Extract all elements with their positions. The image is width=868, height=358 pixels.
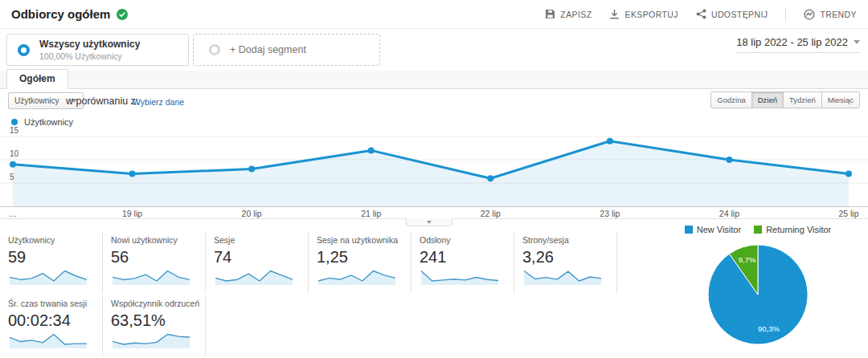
- chevron-down-icon: [427, 221, 432, 224]
- y-axis-tick: 5: [10, 173, 14, 181]
- metric-card-users[interactable]: Użytkownicy 59: [0, 232, 103, 293]
- date-range-text: 18 lip 2022 - 25 lip 2022: [736, 36, 848, 48]
- metric-sparkline: [8, 332, 95, 348]
- share-icon: [696, 9, 706, 19]
- segment-all-users[interactable]: Wszyscy użytkownicy 100,00% Użytkownicy: [6, 34, 189, 66]
- metric-sparkline: [214, 269, 301, 285]
- x-axis-label: 22 lip: [481, 209, 501, 218]
- users-line-chart: 15 10 5: [0, 128, 868, 206]
- y-axis-tick: 10: [10, 149, 18, 158]
- share-button[interactable]: UDOSTĘPNIJ: [696, 9, 768, 19]
- header: Odbiorcy ogółem ZAPISZ EKSPORTUJ UDOSTĘP…: [0, 0, 868, 29]
- metric-card-pageviews[interactable]: Odsłony 241: [411, 232, 514, 293]
- page-title: Odbiorcy ogółem: [11, 7, 110, 21]
- metric-label: Odsłony: [420, 235, 506, 245]
- metric-card-bounce-rate[interactable]: Współczynnik odrzuceń 63,51%: [103, 295, 206, 356]
- add-segment-label: + Dodaj segment: [230, 44, 306, 55]
- metric-value: 1,25: [317, 248, 403, 266]
- metric-value: 241: [420, 248, 506, 266]
- svg-text:9,7%: 9,7%: [739, 255, 756, 264]
- metric-sparkline: [111, 269, 198, 285]
- segment-circle-icon: [18, 44, 30, 56]
- metric-card-new-users[interactable]: Nowi użytkownicy 56: [103, 232, 206, 293]
- tab-overview[interactable]: Ogółem: [6, 69, 68, 89]
- legend-item-new-visitor: New Visitor: [685, 225, 741, 234]
- metrics-summary: Użytkownicy 59 Nowi użytkownicy 56 Sesje…: [0, 232, 635, 356]
- legend-dot-icon: [11, 119, 18, 125]
- new-visitor-swatch-icon: [685, 226, 693, 234]
- granularity-buttons: Godzina Dzień Tydzień Miesiąc: [710, 92, 860, 108]
- metric-sparkline: [111, 332, 198, 348]
- x-axis-label: 24 lip: [719, 209, 739, 218]
- x-axis-label: 19 lip: [122, 209, 142, 218]
- toolbar: ZAPISZ EKSPORTUJ UDOSTĘPNIJ TRENDY: [545, 8, 857, 21]
- metric-value: 74: [214, 248, 301, 266]
- metric-value: 00:02:34: [8, 311, 95, 330]
- add-segment-button[interactable]: + Dodaj segment: [193, 34, 380, 66]
- save-button[interactable]: ZAPISZ: [545, 9, 592, 19]
- segment-title: Wszyscy użytkownicy: [39, 39, 140, 51]
- metric-label: Sesje na użytkownika: [317, 235, 403, 245]
- metric-sparkline: [8, 269, 95, 285]
- y-axis-tick: 15: [10, 126, 18, 135]
- metric-card-avg-session-duration[interactable]: Śr. czas trwania sesji 00:02:34: [0, 295, 103, 356]
- x-axis-label: 23 lip: [600, 209, 620, 218]
- granularity-hour-button[interactable]: Godzina: [710, 92, 751, 108]
- export-button[interactable]: EKSPORTUJ: [609, 9, 678, 19]
- insights-icon: [804, 9, 815, 20]
- chevron-down-icon: [854, 40, 860, 44]
- metric-label: Użytkownicy: [8, 235, 95, 245]
- date-range-selector[interactable]: 18 lip 2022 - 25 lip 2022: [736, 36, 860, 53]
- svg-text:90,3%: 90,3%: [758, 324, 780, 333]
- toolbar-divider: [785, 8, 786, 21]
- metric-card-sessions-per-user[interactable]: Sesje na użytkownika 1,25: [309, 232, 411, 293]
- legend-label: Użytkownicy: [24, 117, 73, 127]
- x-axis: …19 lip20 lip21 lip22 lip23 lip24 lip25 …: [0, 206, 868, 219]
- metric-value: 3,26: [522, 248, 609, 266]
- save-icon: [545, 9, 555, 19]
- add-segment-circle-icon: [209, 44, 220, 55]
- x-axis-label: 21 lip: [361, 209, 381, 218]
- returning-visitor-swatch-icon: [754, 226, 762, 234]
- insights-button[interactable]: TRENDY: [804, 9, 857, 20]
- chart-legend: Użytkownicy: [11, 117, 73, 127]
- x-axis-label: 20 lip: [242, 209, 262, 218]
- pie-legend: New Visitor Returning Visitor: [657, 225, 858, 234]
- collapse-chart-button[interactable]: [406, 218, 452, 226]
- metric-value: 59: [8, 248, 95, 266]
- metric-value: 56: [111, 248, 198, 266]
- compare-label: w porównaniu z:: [66, 96, 138, 107]
- metric-label: Strony/sesja: [522, 235, 609, 245]
- select-data-link[interactable]: Wybierz dane: [133, 97, 184, 107]
- segment-subtitle: 100,00% Użytkownicy: [39, 51, 140, 61]
- metric-card-pages-per-session[interactable]: Strony/sesja 3,26: [514, 232, 617, 293]
- granularity-month-button[interactable]: Miesiąc: [821, 92, 860, 108]
- download-icon: [609, 9, 620, 19]
- metric-label: Śr. czas trwania sesji: [8, 299, 95, 308]
- granularity-week-button[interactable]: Tydzień: [783, 92, 822, 108]
- tab-bar: Ogółem: [0, 71, 868, 89]
- metric-sparkline: [420, 269, 506, 285]
- visitor-type-panel: New Visitor Returning Visitor 90,3%9,7%: [657, 225, 858, 351]
- metric-label: Nowi użytkownicy: [111, 235, 198, 245]
- line-chart-plot: [0, 128, 868, 210]
- legend-item-returning-visitor: Returning Visitor: [754, 225, 831, 234]
- visitor-type-pie-chart: 90,3%9,7%: [702, 238, 814, 351]
- verified-check-icon: [117, 9, 128, 20]
- metric-label: Współczynnik odrzuceń: [111, 299, 198, 308]
- x-axis-label: 25 lip: [838, 209, 858, 218]
- x-axis-label: …: [9, 209, 18, 218]
- metric-label: Sesje: [214, 235, 301, 245]
- granularity-day-button[interactable]: Dzień: [751, 92, 784, 108]
- metric-sparkline: [317, 269, 403, 285]
- metric-value: 63,51%: [111, 311, 198, 330]
- metric-card-sessions[interactable]: Sesje 74: [206, 232, 309, 293]
- metric-sparkline: [522, 269, 609, 285]
